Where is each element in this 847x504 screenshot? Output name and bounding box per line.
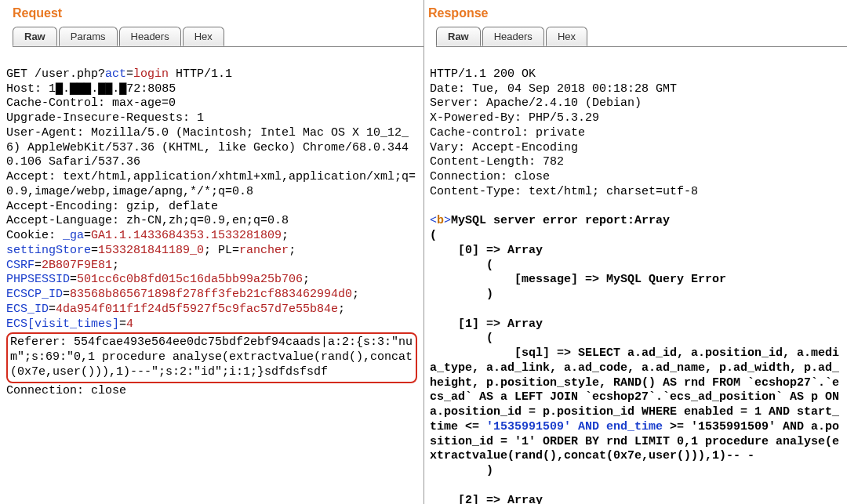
ck-val: 4da954f011f1f24d5f5927f5c9fac57d7e55b84e — [56, 303, 338, 316]
request-tabs: Raw Params Headers Hex — [13, 27, 424, 47]
sep: ; — [289, 244, 303, 257]
eq: = — [70, 273, 77, 286]
ck-val: 83568b865671898f278ff3feb21cf883462994d0 — [70, 288, 352, 301]
resp-line: Server: Apache/2.4.10 (Debian) — [430, 96, 642, 110]
resp-line: ) — [430, 464, 493, 477]
req-param: act — [105, 67, 126, 81]
ck-val: rancher — [239, 244, 289, 257]
tab-headers[interactable]: Headers — [119, 27, 181, 46]
eq: = — [63, 288, 70, 301]
sep: ; — [352, 288, 366, 301]
req-line: Cache-Control: max-age=0 — [6, 96, 176, 110]
resp-line: Content-Type: text/html; charset=utf-8 — [430, 185, 698, 198]
request-content[interactable]: GET /user.php?act=login HTTP/1.1 Host: 1… — [0, 46, 424, 504]
tag-close: > — [444, 214, 451, 227]
request-panel: Request Raw Params Headers Hex GET /user… — [0, 0, 424, 504]
req-line: GET /user.php? — [6, 67, 105, 81]
ck-val: GA1.1.1433684353.1533281809 — [91, 229, 282, 242]
tab-hex[interactable]: Hex — [546, 27, 587, 46]
resp-line: ( — [430, 259, 493, 272]
eq: = — [119, 317, 126, 331]
resp-line: [message] => MySQL Query Error — [430, 273, 726, 286]
ck-key: _ga — [63, 229, 84, 242]
tab-raw[interactable]: Raw — [13, 27, 57, 46]
resp-line: Connection: close — [430, 170, 550, 183]
req-line: Accept-Language: zh-CN,zh;q=0.9,en;q=0.8 — [6, 214, 289, 227]
resp-line: HTTP/1.1 200 OK — [430, 67, 536, 81]
ck-val: 4 — [126, 317, 133, 331]
ck-key: ECS_ID — [6, 303, 49, 316]
eq: = — [126, 67, 133, 81]
sep: ; — [338, 303, 352, 316]
tab-params[interactable]: Params — [59, 27, 118, 46]
req-referer: Referer: 554fcae493e564ee0dc75bdf2ebf94c… — [10, 335, 413, 379]
req-line: Accept-Encoding: gzip, deflate — [6, 200, 218, 213]
resp-line: ( — [430, 229, 437, 242]
eq: = — [84, 229, 91, 242]
req-line: HTTP/1.1 — [169, 67, 232, 81]
response-content[interactable]: HTTP/1.1 200 OK Date: Tue, 04 Sep 2018 0… — [424, 46, 847, 504]
sep: ; — [112, 259, 126, 272]
eq: = — [49, 303, 56, 316]
ck-key: ECS[visit_times] — [6, 317, 119, 331]
ck-val: 1533281841189_0 — [98, 244, 204, 257]
resp-line: Vary: Accept-Encoding — [430, 141, 578, 154]
resp-line: Date: Tue, 04 Sep 2018 00:18:28 GMT — [430, 82, 677, 96]
response-title: Response — [424, 0, 847, 24]
tab-raw[interactable]: Raw — [436, 27, 481, 46]
req-line: User-Agent: Mozilla/5.0 (Macintosh; Inte… — [6, 126, 409, 169]
eq: = — [91, 244, 98, 257]
ck-key: settingStore — [6, 244, 91, 257]
resp-line: ) — [430, 288, 493, 301]
tag-name: b — [437, 214, 444, 227]
response-panel: Response Raw Headers Hex HTTP/1.1 200 OK… — [424, 0, 847, 504]
tab-headers[interactable]: Headers — [482, 27, 544, 46]
request-title: Request — [0, 0, 424, 24]
ck-val: 501cc6c0b8fd015c16da5bb99a25b706 — [77, 273, 303, 286]
sep: ; — [282, 229, 296, 242]
referer-highlight-box: Referer: 554fcae493e564ee0dc75bdf2ebf94c… — [6, 332, 417, 383]
sep: ; — [303, 273, 317, 286]
req-line: Accept: text/html,application/xhtml+xml,… — [6, 170, 416, 198]
resp-line: Cache-control: private — [430, 126, 585, 140]
tab-hex[interactable]: Hex — [183, 27, 224, 46]
ck-key: PHPSESSID — [6, 273, 70, 286]
ck-val: 2B807F9E81 — [42, 259, 112, 272]
req-line: Cookie: — [6, 229, 63, 242]
req-line: Upgrade-Insecure-Requests: 1 — [6, 111, 204, 125]
ck-key: ECSCP_ID — [6, 288, 63, 301]
eq: = — [35, 259, 42, 272]
resp-line: [2] => Array — [430, 494, 543, 505]
resp-sql-blue: '1535991509' AND end_time — [486, 420, 670, 433]
req-val: login — [133, 67, 169, 81]
resp-bold: MySQL server error report:Array — [451, 214, 670, 227]
eq: = — [232, 244, 239, 257]
req-line: Connection: close — [6, 384, 126, 397]
resp-line: [0] => Array — [430, 244, 543, 257]
resp-line: ( — [430, 332, 493, 345]
ck-key: CSRF — [6, 259, 35, 272]
response-tabs: Raw Headers Hex — [436, 27, 847, 47]
tag-open: < — [430, 214, 437, 227]
req-line: Host: 1▇.▇▇▇.▇▇.▇72:8085 — [6, 82, 176, 96]
resp-line: Content-Length: 782 — [430, 155, 564, 169]
resp-line: [1] => Array — [430, 317, 543, 331]
resp-line: X-Powered-By: PHP/5.3.29 — [430, 111, 599, 125]
sep: ; PL — [204, 244, 232, 257]
